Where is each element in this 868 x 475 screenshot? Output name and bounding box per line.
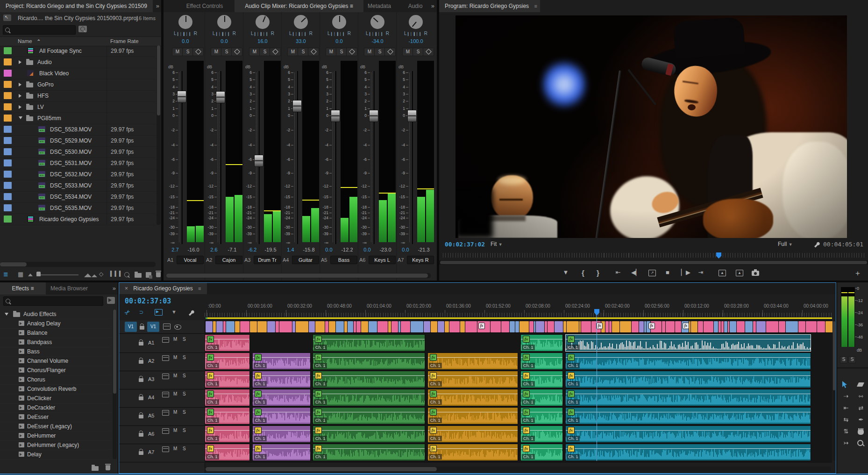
track-name-field[interactable]: Guitar (292, 256, 319, 264)
fader-db-value[interactable]: 2.7 (167, 247, 183, 252)
fader-db-value[interactable]: 2.6 (206, 247, 222, 252)
slide-tool[interactable]: ⇅ (841, 427, 851, 436)
timeline-ruler[interactable]: :00:0000:00:16:0000:00:32:0000:00:48:000… (205, 302, 832, 317)
video-clip[interactable] (548, 321, 554, 332)
find-button[interactable] (124, 272, 129, 277)
audio-clip[interactable]: fxCh. 1 (313, 425, 425, 443)
tab-audio-clip-mixer-ricardo[interactable]: Audio Clip Mixer: Ricardo Griego Gypsies… (235, 0, 363, 12)
linked-selection-icon[interactable]: ✂ (123, 308, 132, 317)
audio-clip[interactable]: fxCh. 1 (313, 371, 425, 388)
video-clip[interactable] (361, 321, 368, 332)
video-clip[interactable] (501, 321, 509, 332)
track-name-field[interactable]: Vocal (177, 256, 204, 264)
sync-lock-icon[interactable] (162, 410, 169, 416)
fader-handle[interactable] (177, 91, 186, 103)
video-clip[interactable] (336, 321, 344, 332)
track-lock-icon[interactable] (139, 396, 143, 400)
video-clip[interactable] (309, 321, 315, 332)
solo-button[interactable]: S (336, 48, 347, 56)
mute-button[interactable]: M (326, 48, 337, 56)
snap-icon[interactable]: ∩ (138, 310, 146, 315)
video-clip[interactable] (391, 321, 398, 332)
video-clip[interactable] (296, 321, 308, 332)
video-clip[interactable] (545, 321, 547, 332)
video-track-header-v1[interactable]: V1V1 (119, 320, 205, 334)
slip-tool[interactable]: ⇆ (841, 416, 851, 424)
audio-clip[interactable]: fxCh. 1 (252, 407, 311, 425)
fader-handle[interactable] (369, 110, 378, 122)
audio-clip[interactable]: fxCh. 1 (252, 371, 311, 388)
mute-button[interactable]: M (249, 48, 260, 56)
solo-track-button[interactable]: S (183, 391, 186, 396)
audio-clip[interactable]: fxCh. 1 (427, 425, 518, 443)
mute-button[interactable]: M (287, 48, 299, 56)
pan-value[interactable]: 0.0 (320, 38, 358, 44)
solo-button[interactable]: S (413, 48, 424, 56)
tab-effect-controls[interactable]: Effect Controls (164, 0, 245, 12)
track-lock-icon[interactable] (139, 451, 143, 455)
project-row[interactable]: PG85mm (0, 113, 156, 124)
audio-track-header-a5[interactable]: A5MS (119, 407, 205, 426)
volume-rubber-band[interactable] (313, 339, 425, 339)
video-clip[interactable] (721, 321, 724, 332)
effect-item-row[interactable]: DeHummer (Legacy) (0, 440, 111, 450)
new-custom-bin-icon[interactable] (92, 466, 99, 471)
effect-item-row[interactable]: Delay (0, 450, 111, 460)
filter-bin-content-icon[interactable] (78, 26, 87, 32)
audio-track-header-a7[interactable]: A7MS (119, 444, 205, 462)
pan-value[interactable]: 0.0 (205, 38, 243, 44)
audio-clip[interactable]: fxCh. 1 (205, 353, 250, 370)
solo-right-button[interactable]: S (848, 356, 856, 363)
project-row[interactable]: Audio (0, 57, 156, 68)
video-clip[interactable] (639, 321, 644, 332)
volume-rubber-band[interactable] (428, 357, 518, 358)
project-column-header[interactable]: Name ⌃ Frame Rate (0, 36, 161, 46)
video-clip[interactable] (579, 321, 581, 332)
label-chip[interactable] (4, 204, 12, 211)
solo-left-button[interactable]: S (840, 356, 847, 363)
rolling-edit-tool[interactable]: ⇤ (841, 404, 851, 412)
mute-button[interactable]: M (364, 48, 375, 56)
mute-track-button[interactable]: M (173, 410, 177, 415)
delete-effect-icon[interactable] (106, 465, 110, 470)
video-clip[interactable] (279, 321, 292, 332)
video-clip[interactable] (730, 321, 736, 332)
pan-value[interactable]: 33.0 (282, 38, 320, 44)
audio-clip[interactable]: fxCh. 1 (565, 425, 811, 443)
video-clip[interactable] (329, 321, 335, 332)
program-timecode[interactable]: 00:02:37:02 (445, 241, 485, 248)
video-clip[interactable] (213, 321, 216, 332)
video-clip[interactable] (753, 321, 756, 332)
tab-media-browser[interactable]: Media Browser (36, 282, 103, 295)
audio-clip[interactable]: fxCh. 1 (565, 407, 811, 425)
video-clip[interactable] (737, 321, 745, 332)
video-clip[interactable] (609, 321, 612, 332)
effect-item-row[interactable]: DeHummer (0, 431, 111, 441)
add-marker-icon[interactable]: ▼ (560, 269, 572, 276)
pan-knob[interactable] (217, 15, 231, 29)
timeline-settings-wrench-icon[interactable] (187, 309, 195, 316)
video-clip[interactable] (745, 321, 753, 332)
audio-clip[interactable]: fxCh. 1 (565, 371, 811, 388)
video-clip[interactable] (515, 321, 519, 332)
pen-tool[interactable]: ✒ (856, 416, 866, 424)
video-clip[interactable] (766, 321, 778, 332)
video-clip[interactable] (449, 321, 460, 332)
audio-track-header-a4[interactable]: A4MS (119, 389, 205, 408)
lift-icon[interactable]: ▲ (719, 270, 726, 276)
effect-item-row[interactable]: DeEsser (Legacy) (0, 422, 111, 432)
effect-item-row[interactable]: Convolution Reverb (0, 384, 111, 394)
keyframe-toggle-button[interactable] (231, 48, 242, 56)
video-clip[interactable] (698, 321, 703, 332)
volume-rubber-band[interactable] (428, 375, 518, 376)
video-clip[interactable] (555, 321, 563, 332)
project-row[interactable]: DSC_5530.MOV29.97 fps (0, 146, 156, 158)
audio-clip[interactable]: fxCh. 1 (520, 425, 563, 443)
video-clip[interactable] (216, 321, 223, 332)
label-chip[interactable] (4, 126, 12, 133)
fader-db-value[interactable]: -6.2 (244, 247, 260, 252)
track-name-field[interactable]: Keys L (369, 256, 396, 264)
volume-rubber-band[interactable] (566, 394, 811, 394)
pan-knob[interactable] (332, 15, 346, 29)
effect-item-row[interactable]: Chorus/Flanger (0, 366, 111, 375)
